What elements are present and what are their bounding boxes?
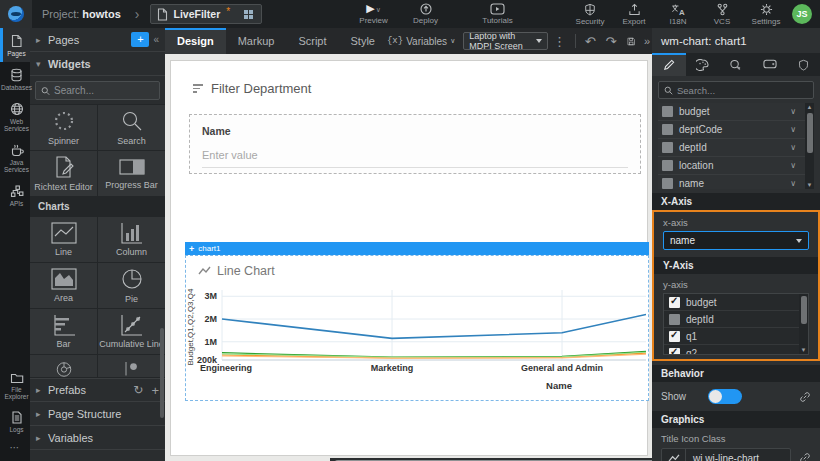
widget-tile-donut-chart[interactable] xyxy=(30,355,97,377)
y-axis-option-q2[interactable]: q2 xyxy=(664,345,808,355)
widget-tile-pie-chart[interactable]: Pie xyxy=(98,263,165,308)
checkbox[interactable] xyxy=(669,314,680,325)
variables-section-header[interactable]: ▸ Variables xyxy=(30,426,165,450)
field-row-location[interactable]: location∨ xyxy=(658,157,814,175)
tab-security[interactable] xyxy=(786,53,820,76)
open-page-tab[interactable]: LiveFilter * xyxy=(150,4,262,24)
progress-bar-icon xyxy=(119,157,145,177)
rail-item-pages[interactable]: Pages xyxy=(0,28,30,62)
chart-widget[interactable]: + chart1 Line Chart 200k1M2M3MEngineerin… xyxy=(185,242,649,401)
cumulative-line-icon xyxy=(120,314,144,336)
checkbox[interactable] xyxy=(669,297,680,308)
tab-design[interactable]: Design xyxy=(165,28,226,54)
widgets-section-header[interactable]: ▾ Widgets xyxy=(30,52,165,76)
variables-button[interactable]: {x} Variables ∨ xyxy=(387,36,455,47)
livefilter-form-widget[interactable]: Name xyxy=(189,114,641,174)
checkbox[interactable] xyxy=(662,142,673,153)
rail-item-file-explorer[interactable]: File Explorer xyxy=(0,366,30,405)
bind-link-icon[interactable] xyxy=(799,391,811,403)
y-axis-list-scrollbar[interactable]: ▼ xyxy=(799,294,808,354)
y-axis-option-budget[interactable]: budget xyxy=(664,294,808,311)
field-list-scrollbar[interactable]: ▲▼ xyxy=(805,103,814,189)
field-row-deptid[interactable]: deptId∨ xyxy=(658,139,814,157)
chevron-down-icon[interactable]: ∨ xyxy=(790,161,796,170)
redo-button[interactable]: ↷ xyxy=(606,34,617,49)
checkbox[interactable] xyxy=(662,124,673,135)
rail-item-logs[interactable]: Logs xyxy=(0,405,30,438)
preview-button[interactable]: ▶∨ Preview xyxy=(352,3,396,25)
rail-item-java-services[interactable]: Java Services xyxy=(0,137,30,178)
kebab-menu-icon[interactable]: ⋮ xyxy=(553,34,566,49)
checkbox[interactable] xyxy=(669,331,680,342)
widget-tile-search[interactable]: Search xyxy=(98,105,165,150)
left-panel-scrollbar[interactable] xyxy=(160,328,164,418)
save-button[interactable] xyxy=(627,35,635,48)
refresh-prefabs-icon[interactable]: ↻ xyxy=(133,383,143,397)
undo-button[interactable]: ↶ xyxy=(585,34,596,49)
rail-item-databases[interactable]: Databases xyxy=(0,62,30,96)
design-canvas-page[interactable]: Filter Department Name + chart1 Line Cha… xyxy=(170,60,648,456)
tab-styles[interactable] xyxy=(686,53,720,76)
x-axis-select[interactable]: name xyxy=(663,231,809,250)
y-axis-option-deptid[interactable]: deptId xyxy=(664,311,808,328)
caret-right-icon: ▸ xyxy=(36,409,48,419)
rail-item-web-services[interactable]: Web Services xyxy=(0,96,30,137)
widget-tile-richtext-editor[interactable]: Richtext Editor xyxy=(30,151,97,196)
widget-tile-bubble-chart[interactable] xyxy=(98,355,165,377)
collapse-right-panel-icon[interactable]: » xyxy=(644,35,650,47)
title-icon-class-input[interactable]: wi wi-line-chart xyxy=(661,448,791,461)
checkbox[interactable] xyxy=(662,160,673,171)
user-avatar[interactable]: JS xyxy=(792,4,812,24)
checkbox[interactable] xyxy=(662,178,673,189)
tab-markup[interactable]: Markup xyxy=(226,28,287,54)
show-toggle[interactable] xyxy=(708,389,742,404)
collapse-panel-icon[interactable]: « xyxy=(153,34,159,45)
settings-button[interactable]: Settings xyxy=(744,3,788,26)
properties-search-input[interactable] xyxy=(677,85,787,96)
caret-down-icon: ▾ xyxy=(36,59,48,69)
checkbox[interactable] xyxy=(662,106,673,117)
tab-properties[interactable] xyxy=(652,53,686,76)
widget-tile-cumulative-line-chart[interactable]: Cumulative Line xyxy=(98,309,165,354)
widget-tile-spinner[interactable]: Spinner xyxy=(30,105,97,150)
field-row-name[interactable]: name∨ xyxy=(658,175,814,189)
widget-tile-column-chart[interactable]: Column xyxy=(98,217,165,262)
add-prefab-icon[interactable]: + xyxy=(151,383,159,398)
name-filter-input[interactable] xyxy=(202,146,628,168)
field-row-deptcode[interactable]: deptCode∨ xyxy=(658,121,814,139)
export-button[interactable]: Export xyxy=(612,3,656,26)
deploy-button[interactable]: Deploy xyxy=(404,3,448,25)
chevron-down-icon[interactable]: ∨ xyxy=(790,143,796,152)
y-axis-option-q1[interactable]: q1 xyxy=(664,328,808,345)
more-options-icon[interactable]: ⋯ xyxy=(0,438,30,457)
line-chart-widget-body[interactable]: Line Chart 200k1M2M3MEngineeringMarketin… xyxy=(185,255,649,401)
checkbox[interactable] xyxy=(669,348,680,356)
widget-tile-line-chart[interactable]: Line xyxy=(30,217,97,262)
tab-dialogs[interactable] xyxy=(753,53,787,76)
rail-item-apis[interactable]: APIs xyxy=(0,178,30,212)
security-button[interactable]: Security xyxy=(568,3,612,26)
chevron-down-icon[interactable]: ∨ xyxy=(790,107,796,116)
add-page-button[interactable]: + xyxy=(131,32,149,47)
pages-section-header[interactable]: ▸ Pages + « xyxy=(30,28,165,52)
tab-style[interactable]: Style xyxy=(339,28,387,54)
tutorials-button[interactable]: Tutorials xyxy=(476,3,520,25)
field-row-budget[interactable]: budget∨ xyxy=(658,103,814,121)
chevron-down-icon[interactable]: ∨ xyxy=(790,179,796,188)
device-selector[interactable]: Laptop with MDPI Screen xyxy=(463,32,548,50)
widget-tile-progress-bar[interactable]: Progress Bar xyxy=(98,151,165,196)
i18n-button[interactable]: A I18N xyxy=(656,3,700,26)
prefabs-section-header[interactable]: ▸ Prefabs ↻ + xyxy=(30,378,165,402)
wavemaker-logo[interactable] xyxy=(0,0,32,28)
widget-search-input[interactable] xyxy=(54,85,154,96)
chevron-down-icon[interactable]: ∨ xyxy=(790,125,796,134)
grid-view-icon[interactable] xyxy=(244,10,253,19)
page-structure-section-header[interactable]: ▸ Page Structure xyxy=(30,402,165,426)
tab-script[interactable]: Script xyxy=(286,28,338,54)
tab-events[interactable] xyxy=(719,53,753,76)
widget-tile-bar-chart[interactable]: Bar xyxy=(30,309,97,354)
vcs-button[interactable]: VCS xyxy=(700,3,744,26)
widget-tile-area-chart[interactable]: Area xyxy=(30,263,97,308)
selected-widget-tag[interactable]: + chart1 xyxy=(185,242,649,255)
bind-link-icon[interactable] xyxy=(799,452,811,461)
